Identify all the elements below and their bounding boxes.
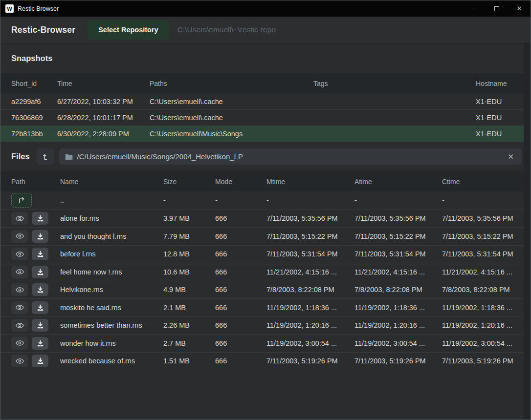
view-file-button[interactable] (11, 248, 28, 260)
file-row[interactable]: moskito he said.rns 2.1 MB 666 11/19/200… (0, 298, 525, 316)
go-parent-dir-button[interactable] (11, 193, 32, 208)
snapshots-table-header: Short_id Time Paths Tags Hostname (0, 73, 525, 93)
eye-icon (16, 287, 24, 293)
download-file-button[interactable] (32, 230, 48, 243)
file-row[interactable]: wonder how it.rns 2.7 MB 666 11/19/2002,… (0, 334, 525, 352)
download-file-button[interactable] (32, 355, 48, 367)
col-paths: Paths (150, 80, 313, 87)
file-name: wrecked because of.rns (60, 357, 163, 365)
minimize-button[interactable]: – (463, 0, 486, 17)
snapshot-row[interactable]: 76306869 6/28/2022, 10:01:17 PM C:\Users… (0, 109, 525, 126)
file-mtime: 11/19/2002, 1:20:16 ... (266, 321, 354, 329)
file-row[interactable]: wrecked because of.rns 1.51 MB 666 7/11/… (0, 352, 525, 370)
download-file-button[interactable] (32, 266, 48, 278)
file-mtime: 11/19/2002, 1:18:36 ... (266, 304, 354, 312)
file-size: 4.9 MB (163, 286, 215, 294)
files-table-body: .. - - - - - (0, 191, 531, 370)
select-repository-button[interactable]: Select Repository (88, 20, 169, 40)
view-file-button[interactable] (11, 319, 28, 332)
download-file-button[interactable] (32, 283, 48, 296)
file-atime: 11/19/2002, 1:18:36 ... (354, 304, 442, 312)
file-row[interactable]: feel home now !.rns 10.6 MB 666 11/21/20… (0, 263, 525, 281)
snapshot-time: 6/30/2022, 2:28:09 PM (57, 130, 150, 138)
download-tray-icon (37, 215, 44, 222)
file-mtime: 7/8/2003, 8:22:08 PM (266, 286, 354, 294)
col-mode: Mode (215, 178, 266, 186)
file-row[interactable]: before l.rns 12.8 MB 666 7/11/2003, 5:31… (0, 245, 525, 263)
snapshot-hostname: X1-EDU (476, 98, 525, 105)
col-hostname: Hostname (476, 80, 525, 87)
eye-icon (16, 233, 24, 239)
col-tags: Tags (313, 80, 476, 87)
file-size: 2.26 MB (163, 321, 215, 329)
snapshot-row[interactable]: a2299af6 6/27/2022, 10:03:32 PM C:\Users… (0, 93, 525, 109)
arrow-up-from-line-icon (41, 153, 49, 161)
download-file-button[interactable] (32, 337, 48, 350)
view-file-button[interactable] (11, 301, 28, 314)
file-row[interactable]: alone for.rns 3.97 MB 666 7/11/2003, 5:3… (0, 210, 525, 228)
file-size: 2.1 MB (163, 304, 215, 312)
eye-icon (16, 358, 24, 364)
file-atime: 11/21/2002, 4:15:16 ... (354, 268, 442, 276)
file-atime: - (354, 196, 442, 204)
folder-icon (65, 153, 73, 160)
titlebar: W Restic Browser – ✕ (0, 0, 531, 17)
close-button[interactable]: ✕ (508, 0, 531, 17)
parent-dir-row[interactable]: .. - - - - - (0, 191, 525, 210)
file-mtime: - (266, 196, 354, 204)
file-atime: 11/19/2002, 1:20:16 ... (354, 321, 442, 329)
file-atime: 7/11/2003, 5:19:26 PM (354, 357, 442, 365)
snapshot-time: 6/28/2022, 10:01:17 PM (57, 114, 150, 122)
snapshot-hostname: X1-EDU (476, 114, 525, 122)
file-ctime: 7/11/2003, 5:15:22 PM (442, 232, 525, 240)
eye-icon (16, 304, 24, 311)
file-ctime: 7/11/2003, 5:19:26 PM (442, 357, 525, 365)
file-mode: 666 (215, 268, 266, 276)
col-ctime: Ctime (442, 178, 525, 186)
files-title: Files (11, 152, 30, 161)
file-ctime: 11/19/2002, 3:00:54 ... (442, 339, 525, 347)
current-path-text: /C/Users/emuell/Music/Songs/2004_Helveti… (77, 152, 506, 161)
file-row[interactable]: sometimes better than.rns 2.26 MB 666 11… (0, 316, 525, 335)
file-name: and you thought l.rns (60, 232, 163, 240)
file-mode: 666 (215, 286, 266, 294)
snapshot-row[interactable]: 72b813bb 6/30/2022, 2:28:09 PM C:\Users\… (0, 126, 525, 142)
download-file-button[interactable] (32, 248, 48, 260)
file-mode: 666 (215, 304, 266, 312)
download-tray-icon (37, 322, 44, 329)
app-logo-icon: W (5, 4, 14, 13)
snapshot-paths: C:\Users\emuell\.cache (150, 98, 313, 105)
download-file-button[interactable] (32, 319, 48, 332)
maximize-button[interactable] (486, 0, 508, 17)
download-file-button[interactable] (32, 212, 48, 225)
file-row[interactable]: Helvikone.rns 4.9 MB 666 7/8/2003, 8:22:… (0, 281, 525, 299)
file-atime: 7/11/2003, 5:15:22 PM (354, 232, 442, 240)
col-atime: Atime (354, 178, 442, 186)
file-mtime: 7/11/2003, 5:35:56 PM (266, 214, 354, 222)
download-tray-icon (37, 269, 44, 275)
view-file-button[interactable] (11, 355, 28, 367)
file-row[interactable]: and you thought l.rns 7.79 MB 666 7/11/2… (0, 227, 525, 245)
snapshot-paths: C:\Users\emuell\.cache (150, 114, 313, 122)
view-file-button[interactable] (11, 283, 28, 296)
file-mtime: 11/21/2002, 4:15:16 ... (266, 268, 354, 276)
view-file-button[interactable] (11, 337, 28, 350)
view-file-button[interactable] (11, 266, 28, 278)
file-size: 7.79 MB (163, 232, 215, 240)
file-size: 12.8 MB (163, 250, 215, 258)
download-tray-icon (37, 304, 44, 311)
download-tray-icon (37, 286, 44, 293)
view-file-button[interactable] (11, 212, 28, 225)
download-file-button[interactable] (32, 301, 48, 314)
snapshot-short-id: 72b813bb (11, 130, 57, 138)
snapshot-short-id: a2299af6 (11, 98, 57, 105)
current-path-bar[interactable]: /C/Users/emuell/Music/Songs/2004_Helveti… (59, 148, 522, 165)
scrollbar-gutter[interactable] (524, 43, 530, 419)
view-file-button[interactable] (11, 230, 28, 243)
col-short-id: Short_id (11, 80, 57, 87)
level-up-button[interactable] (36, 148, 54, 165)
eye-icon (16, 215, 24, 222)
file-mode: 666 (215, 250, 266, 258)
file-name: sometimes better than.rns (60, 321, 163, 329)
clear-path-button[interactable]: ✕ (506, 152, 516, 161)
